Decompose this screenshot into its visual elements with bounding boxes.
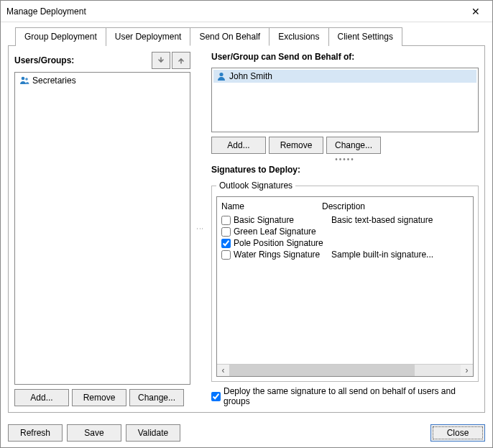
- move-up-button[interactable]: [172, 52, 190, 69]
- signatures-wrap: Outlook Signatures Name Description Basi…: [211, 178, 479, 382]
- outlook-signatures-group: Outlook Signatures Name Description Basi…: [211, 180, 479, 382]
- remove-behalf-button[interactable]: Remove: [269, 137, 323, 154]
- deploy-same-checkbox[interactable]: [211, 392, 221, 401]
- horizontal-scrollbar[interactable]: ‹ ›: [217, 364, 473, 376]
- arrow-down-icon: [157, 56, 165, 65]
- users-groups-buttons: Add... Remove Change...: [14, 389, 190, 406]
- tab-group-deployment[interactable]: Group Deployment: [15, 27, 106, 46]
- change-behalf-button[interactable]: Change...: [326, 137, 381, 154]
- scroll-right-icon[interactable]: ›: [461, 365, 473, 377]
- behalf-list[interactable]: John Smith: [211, 68, 479, 132]
- signature-checkbox[interactable]: [221, 216, 231, 225]
- behalf-buttons: Add... Remove Change...: [211, 137, 479, 154]
- splitter-vertical[interactable]: ⋮: [196, 225, 204, 234]
- arrow-up-icon: [177, 56, 185, 65]
- refresh-button[interactable]: Refresh: [8, 424, 63, 442]
- signature-name: Water Rings Signature: [234, 250, 331, 260]
- users-groups-pane: Users/Groups: Secretaries: [14, 52, 190, 406]
- manage-deployment-window: Manage Deployment ✕ Group Deployment Use…: [0, 0, 493, 448]
- scroll-left-icon[interactable]: ‹: [217, 365, 229, 377]
- content-area: Group Deployment User Deployment Send On…: [1, 22, 492, 419]
- list-item-label: John Smith: [229, 71, 272, 81]
- footer: Refresh Save Validate Close: [1, 419, 492, 447]
- signature-name: Basic Signature: [234, 215, 331, 225]
- signatures-rows: Basic Signature Basic text-based signatu…: [217, 211, 473, 364]
- tab-user-deployment[interactable]: User Deployment: [106, 27, 191, 46]
- validate-button[interactable]: Validate: [126, 424, 180, 442]
- save-button[interactable]: Save: [67, 424, 121, 442]
- column-name: Name: [221, 201, 322, 211]
- deploy-same-row: Deploy the same signature to all send on…: [211, 386, 479, 406]
- deploy-same-label: Deploy the same signature to all send on…: [224, 386, 479, 406]
- titlebar: Manage Deployment ✕: [1, 1, 492, 22]
- table-row[interactable]: Green Leaf Signature: [221, 226, 469, 237]
- users-groups-header: Users/Groups:: [14, 52, 190, 69]
- scroll-track[interactable]: [229, 365, 461, 377]
- table-row[interactable]: Water Rings Signature Sample built-in si…: [221, 249, 469, 260]
- svg-point-1: [25, 78, 28, 81]
- signatures-label: Signatures to Deploy:: [211, 165, 479, 175]
- behalf-label: User/Group can Send on Behalf of:: [211, 52, 479, 62]
- signature-name: Green Leaf Signature: [234, 227, 331, 237]
- right-pane: User/Group can Send on Behalf of: John S…: [211, 52, 479, 406]
- add-user-group-button[interactable]: Add...: [14, 389, 69, 406]
- signature-description: Sample built-in signature...: [331, 250, 469, 260]
- tab-client-settings[interactable]: Client Settings: [328, 27, 402, 46]
- svg-point-2: [219, 73, 223, 76]
- signatures-columns: Name Description: [217, 197, 473, 211]
- svg-point-0: [22, 77, 25, 81]
- scroll-thumb[interactable]: [229, 365, 415, 377]
- list-item[interactable]: Secretaries: [17, 74, 188, 87]
- table-row[interactable]: Basic Signature Basic text-based signatu…: [221, 214, 469, 226]
- list-item[interactable]: John Smith: [213, 70, 476, 83]
- add-behalf-button[interactable]: Add...: [211, 137, 266, 154]
- tab-send-on-behalf[interactable]: Send On Behalf: [190, 27, 269, 46]
- tab-body: Users/Groups: Secretaries: [8, 45, 485, 413]
- signatures-list[interactable]: Name Description Basic Signature Basic t…: [216, 196, 474, 377]
- tab-strip: Group Deployment User Deployment Send On…: [15, 27, 485, 45]
- move-down-button[interactable]: [152, 52, 170, 69]
- outlook-signatures-legend: Outlook Signatures: [216, 180, 295, 191]
- change-user-group-button[interactable]: Change...: [129, 389, 184, 406]
- close-button[interactable]: Close: [430, 424, 485, 442]
- signature-checkbox[interactable]: [221, 250, 231, 260]
- users-icon: [19, 76, 29, 86]
- signature-checkbox[interactable]: [221, 239, 231, 248]
- table-row[interactable]: Pole Position Signature: [221, 237, 469, 249]
- signature-checkbox[interactable]: [221, 227, 231, 237]
- close-icon[interactable]: ✕: [465, 6, 487, 17]
- column-description: Description: [322, 201, 365, 211]
- signature-name: Pole Position Signature: [234, 238, 331, 248]
- users-groups-label: Users/Groups:: [14, 55, 150, 65]
- splitter-horizontal[interactable]: •••••: [211, 155, 479, 163]
- window-title: Manage Deployment: [6, 6, 465, 17]
- users-groups-list[interactable]: Secretaries: [14, 72, 190, 385]
- signature-description: Basic text-based signature: [331, 215, 469, 225]
- user-icon: [216, 71, 226, 81]
- remove-user-group-button[interactable]: Remove: [72, 389, 126, 406]
- list-item-label: Secretaries: [32, 76, 76, 86]
- tab-exclusions[interactable]: Exclusions: [269, 27, 328, 46]
